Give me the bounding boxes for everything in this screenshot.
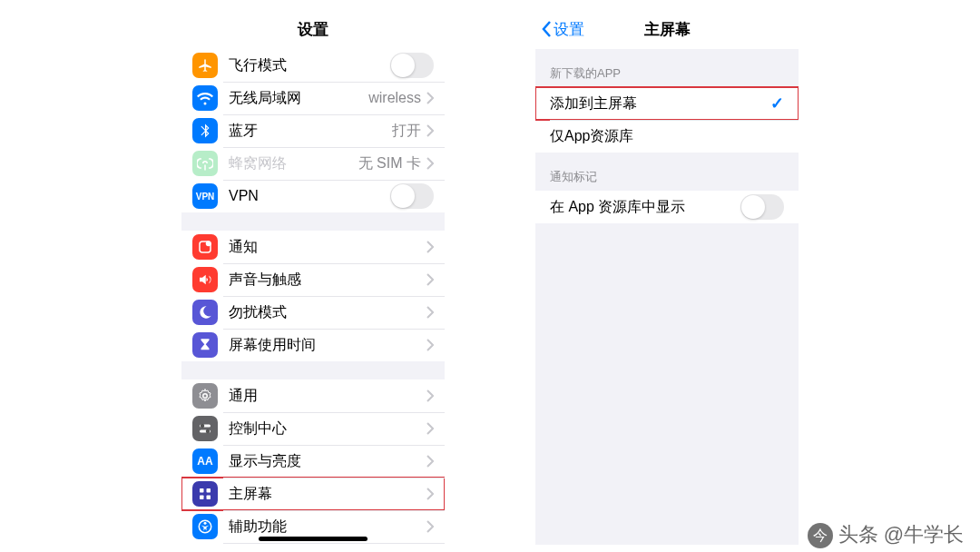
- wifi-icon: [192, 85, 218, 111]
- row-airplane[interactable]: 飞行模式: [181, 49, 445, 82]
- row-wallpaper[interactable]: 墙纸: [181, 543, 445, 545]
- row-label: 无线局域网: [229, 89, 301, 108]
- row-label: 辅助功能: [229, 518, 287, 537]
- chevron-right-icon: [426, 306, 434, 319]
- row-label: 飞行模式: [229, 56, 287, 75]
- nav-title: 主屏幕: [644, 19, 691, 40]
- nav-bar: 设置: [181, 9, 445, 49]
- chevron-right-icon: [426, 92, 434, 104]
- chevron-left-icon: [541, 20, 552, 38]
- row-dnd[interactable]: 勿扰模式: [181, 296, 445, 329]
- group-new-apps: 添加到主屏幕 ✓ 仅App资源库: [535, 87, 799, 153]
- chevron-right-icon: [426, 422, 434, 435]
- option-label: 仅App资源库: [550, 127, 633, 146]
- nav-bar: 设置 主屏幕: [535, 9, 799, 49]
- home-grid-icon: [192, 481, 218, 507]
- watermark-text: 头条 @牛学长: [838, 523, 964, 546]
- watermark: 今头条 @牛学长: [808, 521, 964, 548]
- row-notifications[interactable]: 通知: [181, 231, 445, 263]
- chevron-right-icon: [426, 124, 434, 137]
- chevron-right-icon: [426, 488, 434, 500]
- row-sounds[interactable]: 声音与触感: [181, 263, 445, 296]
- switches-icon: [192, 416, 218, 441]
- svg-point-5: [201, 424, 205, 429]
- back-button[interactable]: 设置: [541, 19, 584, 40]
- airplane-toggle[interactable]: [390, 53, 434, 78]
- row-label: 蜂窝网络: [229, 154, 287, 173]
- accessibility-icon: [192, 514, 218, 539]
- row-bluetooth[interactable]: 蓝牙 打开: [181, 114, 445, 147]
- moon-icon: [192, 300, 218, 325]
- back-label: 设置: [554, 19, 584, 40]
- group-badges: 在 App 资源库中显示: [535, 191, 799, 223]
- svg-rect-9: [200, 496, 204, 500]
- svg-point-2: [203, 394, 208, 399]
- chevron-right-icon: [426, 339, 434, 351]
- row-screentime[interactable]: 屏幕使用时间: [181, 329, 445, 361]
- option-add-to-home[interactable]: 添加到主屏幕 ✓: [535, 87, 799, 120]
- home-indicator[interactable]: [259, 537, 368, 541]
- gear-icon: [192, 383, 218, 409]
- group-notifications: 通知 声音与触感 勿扰模式 屏幕使用时间: [181, 231, 445, 361]
- row-home-screen[interactable]: 主屏幕: [181, 478, 445, 510]
- text-size-icon: AA: [192, 448, 218, 474]
- chevron-right-icon: [426, 389, 434, 402]
- show-in-library-toggle[interactable]: [740, 194, 784, 220]
- vpn-toggle[interactable]: [390, 183, 434, 209]
- row-detail: 打开: [392, 122, 421, 141]
- chevron-right-icon: [426, 157, 434, 170]
- checkmark-icon: ✓: [770, 94, 784, 113]
- row-general[interactable]: 通用: [181, 380, 445, 412]
- svg-rect-8: [207, 488, 211, 493]
- speaker-icon: [192, 267, 218, 292]
- row-wifi[interactable]: 无线局域网 wireless: [181, 82, 445, 114]
- svg-rect-10: [207, 496, 211, 500]
- row-display[interactable]: AA 显示与亮度: [181, 445, 445, 478]
- option-label: 添加到主屏幕: [550, 94, 637, 113]
- bluetooth-icon: [192, 118, 218, 143]
- bell-icon: [192, 234, 218, 260]
- svg-point-1: [206, 241, 211, 246]
- row-cellular[interactable]: 蜂窝网络 无 SIM 卡: [181, 147, 445, 180]
- row-detail: wireless: [368, 90, 421, 106]
- row-control-center[interactable]: 控制中心: [181, 412, 445, 445]
- group-header-new-apps: 新下载的APP: [535, 49, 799, 87]
- watermark-icon: 今: [808, 523, 833, 548]
- row-show-in-library[interactable]: 在 App 资源库中显示: [535, 191, 799, 223]
- row-label: 勿扰模式: [229, 303, 287, 322]
- antenna-icon: [192, 151, 218, 176]
- vpn-icon: VPN: [192, 183, 218, 209]
- row-label: 声音与触感: [229, 271, 301, 290]
- row-label: 主屏幕: [229, 485, 272, 504]
- svg-point-6: [206, 429, 211, 434]
- chevron-right-icon: [426, 455, 434, 468]
- row-label: 通用: [229, 387, 258, 406]
- settings-home-screen: 设置 主屏幕 新下载的APP 添加到主屏幕 ✓ 仅App资源库 通知标记 在 A…: [535, 9, 799, 545]
- row-vpn[interactable]: VPN VPN: [181, 180, 445, 212]
- chevron-right-icon: [426, 273, 434, 286]
- chevron-right-icon: [426, 241, 434, 253]
- chevron-right-icon: [426, 520, 434, 533]
- svg-point-12: [204, 522, 207, 525]
- row-label: 屏幕使用时间: [229, 336, 316, 355]
- option-app-library-only[interactable]: 仅App资源库: [535, 120, 799, 153]
- nav-title: 设置: [298, 19, 328, 40]
- row-label: VPN: [229, 188, 259, 204]
- row-label: 在 App 资源库中显示: [550, 198, 685, 217]
- row-label: 通知: [229, 238, 258, 257]
- group-general: 通用 控制中心 AA 显示与亮度 主屏幕 辅助功能: [181, 380, 445, 545]
- group-header-badges: 通知标记: [535, 153, 799, 191]
- row-label: 蓝牙: [229, 122, 258, 141]
- row-label: 控制中心: [229, 419, 287, 439]
- group-network: 飞行模式 无线局域网 wireless 蓝牙 打开 蜂窝网络 无 SIM 卡 V…: [181, 49, 445, 212]
- svg-rect-7: [200, 488, 204, 493]
- hourglass-icon: [192, 332, 218, 358]
- row-detail: 无 SIM 卡: [358, 154, 421, 173]
- airplane-icon: [192, 53, 218, 78]
- row-label: 显示与亮度: [229, 452, 301, 471]
- settings-root-screen: 设置 飞行模式 无线局域网 wireless 蓝牙 打开 蜂窝网络 无 SIM: [181, 9, 445, 545]
